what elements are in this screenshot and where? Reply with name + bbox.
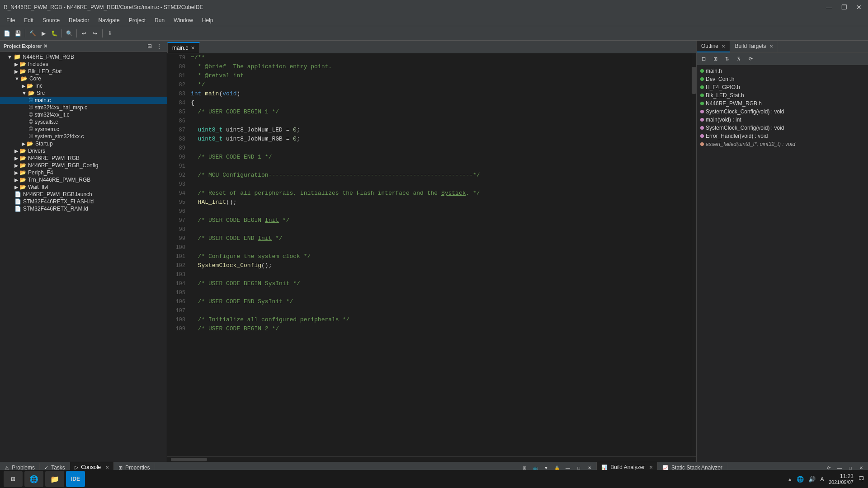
build-btn[interactable]: 🔨 (28, 28, 38, 38)
clock[interactable]: 11:23 2021/09/07 (829, 473, 854, 485)
build-targets-close-icon[interactable]: ✕ (769, 44, 773, 49)
maximize-button[interactable]: ❐ (839, 3, 850, 12)
menu-refactor[interactable]: Refactor (64, 15, 94, 25)
sidebar-item-drivers[interactable]: ▶ 📂 Drivers (0, 147, 167, 155)
menu-help[interactable]: Help (198, 15, 218, 25)
outline-filter-btn[interactable]: ⊼ (734, 54, 744, 64)
outline-close-icon[interactable]: ✕ (722, 44, 725, 49)
debug-btn[interactable]: 🐛 (49, 28, 59, 38)
sidebar-item-launch[interactable]: 📄 N446RE_PWM_RGB.launch (0, 191, 167, 198)
notification-icon[interactable]: 🗨 (858, 475, 864, 483)
sidebar-item-ram-ld[interactable]: 📄 STM32F446RETX_RAM.ld (0, 205, 167, 212)
sidebar-item-main-c[interactable]: © main.c (0, 97, 167, 104)
outline-sort-btn[interactable]: ⇅ (722, 54, 732, 64)
outline-item-sysclock[interactable]: SystemClock_Config(void) : void (698, 108, 866, 116)
close-button[interactable]: ✕ (854, 3, 864, 12)
menu-edit[interactable]: Edit (19, 15, 38, 25)
hal-msp-label: stm32f4xx_hal_msp.c (35, 104, 87, 111)
outline-item-error-handler[interactable]: Error_Handler(void) : void (698, 132, 866, 140)
window-controls[interactable]: — ❐ ✕ (823, 3, 864, 12)
clock-time: 11:23 (829, 473, 854, 479)
root-expand-icon: ▼ (7, 54, 12, 60)
outline-label-assert-failed: assert_failed(uint8_t*, uint32_t) : void (706, 141, 795, 147)
sidebar-header: Project Explorer ✕ ⊟ ⋮ (0, 41, 167, 52)
sidebar-item-startup[interactable]: ▶ 📂 Startup (0, 140, 167, 147)
outline-item-n446re-pwm[interactable]: N446RE_PWM_RGB.h (698, 99, 866, 108)
new-file-btn[interactable]: 📄 (2, 28, 12, 38)
sidebar-item-hal-msp[interactable]: © stm32f4xx_hal_msp.c (0, 104, 167, 111)
help-btn[interactable]: ℹ (105, 28, 115, 38)
tab-build-targets[interactable]: Build Targets ✕ (730, 41, 778, 52)
sidebar-item-it[interactable]: © stm32f4xx_it.c (0, 111, 167, 118)
sidebar-item-trn[interactable]: ▶ 📂 Trn_N446RE_PWM_RGB (0, 176, 167, 183)
horizontal-scrollbar[interactable] (167, 456, 696, 462)
src-label: Src (37, 90, 45, 96)
tree-root[interactable]: ▼ 📁 N446RE_PWM_RGB (0, 53, 167, 61)
minimize-button[interactable]: — (823, 3, 835, 12)
core-label: Core (29, 75, 41, 82)
browser-button[interactable]: 🌐 (24, 471, 43, 487)
sidebar-item-pwm-rgb[interactable]: ▶ 📂 N446RE_PWM_RGB (0, 155, 167, 162)
ide-button[interactable]: IDE (66, 471, 85, 487)
code-line-97: 97 /* USER CODE BEGIN Init */ (172, 216, 691, 225)
outline-expand-btn[interactable]: ⊞ (710, 54, 720, 64)
menu-navigate[interactable]: Navigate (94, 15, 124, 25)
h-scroll-thumb[interactable] (171, 458, 207, 461)
menu-source[interactable]: Source (38, 15, 64, 25)
tab-outline[interactable]: Outline ✕ (697, 41, 730, 52)
sidebar-item-syscalls[interactable]: © syscalls.c (0, 118, 167, 126)
up-arrow-icon[interactable]: ▲ (788, 477, 792, 482)
explorer-button[interactable]: 📁 (45, 471, 64, 487)
right-panel: Outline ✕ Build Targets ✕ ⊟ ⊞ ⇅ ⊼ ⟳ main… (696, 41, 868, 462)
outline-label-sysclock: SystemClock_Config(void) : void (706, 108, 784, 115)
save-btn[interactable]: 💾 (13, 28, 23, 38)
sidebar-item-includes[interactable]: ▶ 📂 Includes (0, 61, 167, 68)
inc-expand-icon: ▶ (22, 83, 25, 89)
ide-label: IDE (71, 476, 80, 482)
sidebar-item-blk-led[interactable]: ▶ 📂 Blk_LED_Stat (0, 68, 167, 75)
outline-sync-btn[interactable]: ⟳ (745, 54, 755, 64)
outline-item-sysclock2[interactable]: SystemClock_Config(void) : void (698, 124, 866, 132)
undo-btn[interactable]: ↩ (79, 28, 89, 38)
scroll-thumb[interactable] (692, 67, 696, 94)
outline-item-dev-conf[interactable]: Dev_Conf.h (698, 75, 866, 83)
console-icon: ▷ (75, 465, 78, 470)
code-editor[interactable]: 79=/** 80 * @brief The application entry… (167, 53, 696, 456)
sidebar-item-sysmem[interactable]: © sysmem.c (0, 126, 167, 133)
sidebar-item-pwm-config[interactable]: ▶ 📂 N446RE_PWM_RGB_Config (0, 162, 167, 169)
outline-item-gpio[interactable]: H_F4_GPIO.h (698, 83, 866, 91)
run-btn[interactable]: ▶ (38, 28, 48, 38)
sidebar-item-src[interactable]: ▼ 📂 Src (0, 89, 167, 97)
outline-item-blk-led-stat[interactable]: Blk_LED_Stat.h (698, 91, 866, 99)
console-close-icon[interactable]: ✕ (105, 465, 109, 470)
code-content[interactable]: 79=/** 80 * @brief The application entry… (167, 53, 691, 456)
menu-file[interactable]: File (2, 15, 19, 25)
sidebar-item-periph[interactable]: ▶ 📂 Periph_F4 (0, 169, 167, 176)
code-line-90: 90 /* USER CODE END 1 */ (172, 153, 691, 162)
sidebar-item-system[interactable]: © system_stm32f4xx.c (0, 133, 167, 140)
build-analyzer-close-icon[interactable]: ✕ (649, 465, 653, 470)
code-line-104: 104 /* USER CODE BEGIN SysInit */ (172, 279, 691, 288)
sidebar-collapse-btn[interactable]: ⊟ (146, 42, 153, 50)
start-button[interactable]: ⊞ (4, 471, 23, 487)
tab-main-c-close[interactable]: ✕ (191, 45, 195, 51)
tab-main-c[interactable]: main.c ✕ (167, 42, 200, 53)
sidebar-item-flash-ld[interactable]: 📄 STM32F446RETX_FLASH.ld (0, 198, 167, 205)
redo-btn[interactable]: ↪ (90, 28, 100, 38)
editor-scrollbar[interactable] (691, 53, 696, 456)
menu-window[interactable]: Window (169, 15, 198, 25)
outline-item-assert-failed[interactable]: assert_failed(uint8_t*, uint32_t) : void (698, 140, 866, 148)
menu-project[interactable]: Project (124, 15, 150, 25)
menu-run[interactable]: Run (150, 15, 169, 25)
sidebar-menu-btn[interactable]: ⋮ (155, 42, 163, 50)
outline-item-main-fn[interactable]: main(void) : int (698, 116, 866, 124)
code-line-106: 106 /* USER CODE END SysInit */ (172, 297, 691, 306)
sidebar-item-wait[interactable]: ▶ 📂 Wait_ltvl (0, 183, 167, 191)
pwm-rgb-expand-icon: ▶ (14, 155, 18, 161)
outline-item-main-h[interactable]: main.h (698, 67, 866, 75)
outline-collapse-btn[interactable]: ⊟ (698, 54, 708, 64)
syscalls-label: syscalls.c (35, 119, 58, 125)
sidebar-item-inc[interactable]: ▶ 📂 Inc (0, 82, 167, 89)
search-btn[interactable]: 🔍 (64, 28, 74, 38)
sidebar-item-core[interactable]: ▼ 📂 Core (0, 75, 167, 82)
